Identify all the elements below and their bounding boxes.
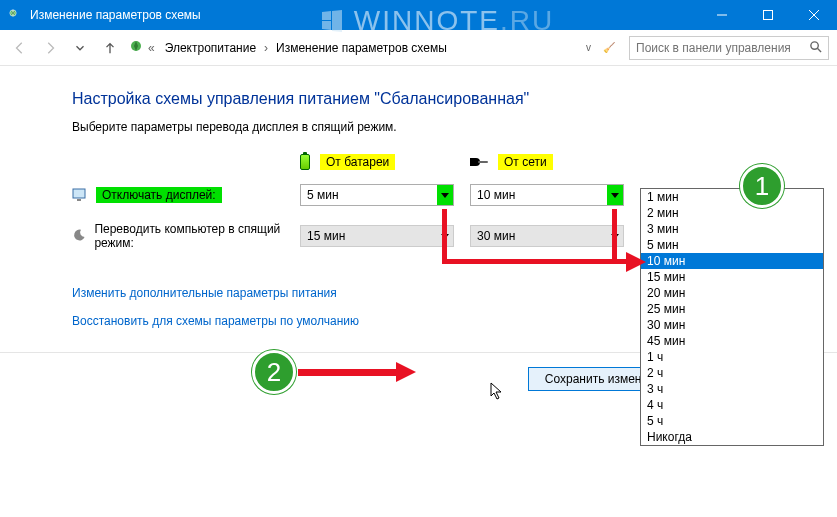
- breadcrumb-item-1[interactable]: Электропитание: [165, 41, 256, 55]
- column-on-battery: От батареи: [300, 154, 470, 170]
- svg-rect-2: [764, 11, 773, 20]
- breadcrumb[interactable]: « Электропитание Изменение параметров сх…: [128, 38, 574, 57]
- plug-icon: [470, 156, 488, 168]
- monitor-icon: [72, 187, 88, 203]
- combo-arrow-icon: [607, 185, 623, 205]
- dropdown-option[interactable]: 3 мин: [641, 221, 823, 237]
- search-input[interactable]: [636, 41, 809, 55]
- window-title: Изменение параметров схемы: [30, 8, 201, 22]
- dropdown-option[interactable]: 2 ч: [641, 365, 823, 381]
- svg-point-6: [811, 41, 818, 48]
- nav-history-button[interactable]: [68, 36, 92, 60]
- display-off-battery-combo[interactable]: 5 мин: [300, 184, 454, 206]
- page-subtitle: Выберите параметры перевода дисплея в сп…: [72, 120, 837, 134]
- nav-forward-button[interactable]: [38, 36, 62, 60]
- breadcrumb-item-2[interactable]: Изменение параметров схемы: [276, 41, 447, 55]
- column-plugged-in: От сети: [470, 154, 640, 170]
- power-options-icon: [128, 38, 144, 57]
- dropdown-option[interactable]: 5 ч: [641, 413, 823, 429]
- minimize-button[interactable]: [699, 0, 745, 30]
- sleep-battery-combo[interactable]: 15 мин: [300, 225, 454, 247]
- annotation-arrow: [298, 369, 398, 376]
- dropdown-option[interactable]: 25 мин: [641, 301, 823, 317]
- time-dropdown-list[interactable]: 1 мин 2 мин 3 мин 5 мин 10 мин 15 мин 20…: [640, 188, 824, 446]
- dropdown-option[interactable]: Никогда: [641, 429, 823, 445]
- annotation-badge-2: 2: [252, 350, 296, 394]
- annotation-arrow-head: [626, 252, 646, 272]
- page-title: Настройка схемы управления питанием "Сба…: [72, 90, 837, 108]
- dropdown-option[interactable]: 20 мин: [641, 285, 823, 301]
- dropdown-option[interactable]: 5 мин: [641, 237, 823, 253]
- annotation-arrow: [442, 209, 447, 264]
- navbar: « Электропитание Изменение параметров сх…: [0, 30, 837, 66]
- display-off-ac-combo[interactable]: 10 мин: [470, 184, 624, 206]
- dropdown-option[interactable]: 15 мин: [641, 269, 823, 285]
- annotation-arrow-head: [396, 362, 416, 382]
- dropdown-option[interactable]: 30 мин: [641, 317, 823, 333]
- close-button[interactable]: [791, 0, 837, 30]
- sleep-icon: [72, 228, 86, 244]
- svg-rect-9: [77, 199, 81, 201]
- dropdown-option[interactable]: 45 мин: [641, 333, 823, 349]
- combo-arrow-icon: [437, 185, 453, 205]
- search-box[interactable]: [629, 36, 829, 60]
- battery-icon: [300, 154, 310, 170]
- annotation-arrow: [442, 259, 630, 264]
- display-off-label: Отключать дисплей:: [96, 187, 222, 203]
- nav-back-button[interactable]: [8, 36, 32, 60]
- annotation-arrow: [612, 209, 617, 264]
- svg-rect-8: [73, 189, 85, 198]
- dropdown-option[interactable]: 1 мин: [641, 189, 823, 205]
- search-icon: [809, 40, 822, 56]
- annotation-badge-1: 1: [740, 164, 784, 208]
- sleep-label: Переводить компьютер в спящий режим:: [94, 222, 300, 250]
- dropdown-option[interactable]: 1 ч: [641, 349, 823, 365]
- dropdown-option[interactable]: 2 мин: [641, 205, 823, 221]
- dropdown-option-selected[interactable]: 10 мин: [641, 253, 823, 269]
- dropdown-option[interactable]: 3 ч: [641, 381, 823, 397]
- nav-up-button[interactable]: [98, 36, 122, 60]
- titlebar: Изменение параметров схемы: [0, 0, 837, 30]
- app-icon: [8, 7, 24, 23]
- maximize-button[interactable]: [745, 0, 791, 30]
- svg-line-7: [817, 48, 821, 52]
- sleep-ac-combo[interactable]: 30 мин: [470, 225, 624, 247]
- dropdown-option[interactable]: 4 ч: [641, 397, 823, 413]
